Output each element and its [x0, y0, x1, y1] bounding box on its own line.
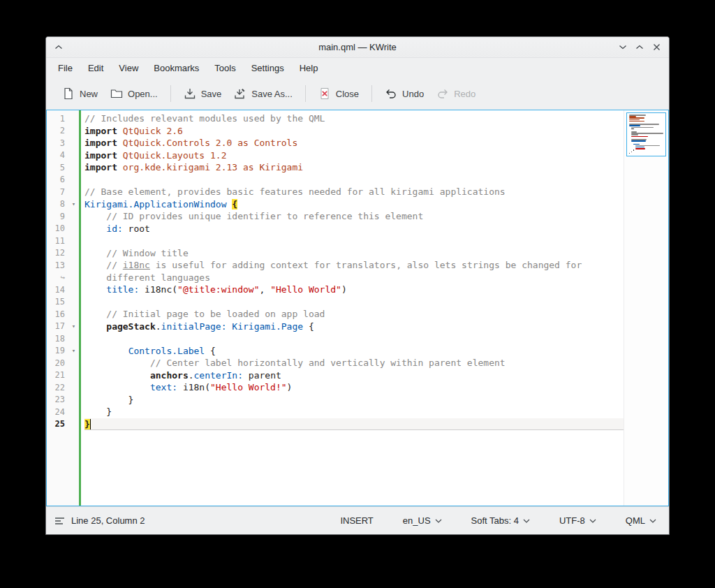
code-line: id: root [84, 223, 624, 235]
dictionary-selector[interactable]: en_US [399, 513, 446, 529]
titlebar[interactable]: main.qml — KWrite [46, 37, 669, 58]
redo-icon [436, 87, 449, 100]
open-button[interactable]: Open... [104, 82, 164, 105]
gutter-row: 12 [47, 247, 79, 260]
code-area[interactable]: // Includes relevant modules used by the… [81, 110, 624, 506]
mini-line [629, 125, 640, 126]
chevron-down-icon [649, 519, 656, 523]
close-document-icon [318, 87, 331, 100]
insert-mode-button[interactable]: INSERT [336, 513, 377, 529]
chevron-up-icon [54, 45, 63, 50]
menu-file[interactable]: File [50, 60, 80, 76]
mini-line [631, 136, 648, 138]
code-line: // Base element, provides basic features… [84, 186, 624, 198]
code-line: title: i18nc("@title:window", "Hello Wor… [84, 284, 624, 296]
save-button[interactable]: Save [177, 82, 228, 105]
gutter-row: 8▾ [47, 198, 79, 211]
mini-line [635, 148, 645, 149]
gutter[interactable]: 12345678▾910111213↪14151617▾1819▾2021222… [47, 110, 79, 506]
chevron-down-icon [589, 519, 596, 523]
gutter-row: 14 [47, 284, 79, 296]
code-line: // i18nc is useful for adding context fo… [84, 259, 624, 272]
line-number: 3 [47, 138, 68, 148]
chevron-down-icon [435, 519, 442, 523]
minimize-button[interactable] [614, 39, 631, 56]
cursor-position: Line 25, Column 2 [71, 515, 145, 526]
syntax-mode-selector[interactable]: QML [621, 513, 661, 529]
line-number: 17 [47, 321, 68, 331]
gutter-row: 7 [47, 186, 79, 198]
save-icon [184, 87, 196, 100]
undo-button[interactable]: Undo [378, 82, 430, 105]
gutter-row: ↪ [47, 272, 79, 284]
line-number: 20 [47, 358, 68, 368]
chevron-down-icon [619, 45, 627, 50]
gutter-row: 6 [47, 174, 79, 186]
code-line: // Center label horizontally and vertica… [84, 357, 624, 369]
menu-help[interactable]: Help [292, 60, 326, 76]
new-button[interactable]: New [56, 82, 104, 105]
line-number: 23 [47, 395, 68, 404]
mini-line [633, 144, 640, 145]
line-number: 11 [47, 236, 68, 246]
redo-button[interactable]: Redo [430, 82, 482, 105]
line-number: 25 [47, 419, 68, 429]
code-line [84, 296, 624, 309]
line-number: 9 [47, 212, 68, 221]
menu-edit[interactable]: Edit [80, 60, 111, 76]
menu-tools[interactable]: Tools [207, 60, 243, 76]
code-line: pageStack.initialPage: Kirigami.Page { [84, 321, 624, 333]
gutter-row: 13 [47, 259, 79, 272]
chevron-up-icon [635, 45, 644, 50]
text-cursor [90, 419, 91, 429]
mini-line [631, 152, 632, 153]
mini-line [631, 140, 646, 142]
menu-view[interactable]: View [111, 60, 146, 76]
gutter-row: 18 [47, 332, 79, 345]
line-number: 15 [47, 297, 68, 307]
code-line: text: i18n("Hello World!") [84, 381, 624, 394]
mini-line [629, 153, 630, 154]
code-line: import QtQuick.Controls 2.0 as Controls [84, 137, 624, 149]
code-line: // Initial page to be loaded on app load [84, 308, 624, 321]
code-line: } [84, 406, 624, 418]
menubar: File Edit View Bookmarks Tools Settings … [46, 58, 669, 78]
fold-arrow-icon[interactable]: ▾ [68, 198, 79, 211]
menu-bookmarks[interactable]: Bookmarks [146, 60, 207, 76]
save-as-button[interactable]: Save As... [228, 82, 299, 105]
scrollbar-minimap[interactable] [624, 110, 668, 506]
line-number: 4 [47, 150, 68, 160]
toolbar-separator [170, 85, 171, 102]
close-document-button[interactable]: Close [312, 82, 365, 105]
line-number: 6 [47, 175, 68, 184]
code-line: Controls.Label { [84, 345, 624, 358]
code-line: import org.kde.kirigami 2.13 as Kirigami [84, 161, 624, 174]
close-button[interactable] [648, 39, 665, 56]
fold-arrow-icon[interactable]: ▾ [68, 321, 79, 333]
gutter-row: 23 [47, 394, 79, 406]
line-number: 1 [47, 114, 68, 124]
code-line: Kirigami.ApplicationWindow { [84, 198, 624, 211]
code-line: import QtQuick.Layouts 1.2 [84, 149, 624, 162]
maximize-button[interactable] [631, 39, 648, 56]
line-number: 22 [47, 383, 68, 392]
statusbar: Line 25, Column 2 INSERT en_US Soft Tabs… [46, 506, 669, 534]
kwrite-window: main.qml — KWrite File Edit View Bookmar… [45, 36, 670, 535]
minimap-viewport[interactable] [626, 112, 666, 156]
tab-mode-selector[interactable]: Soft Tabs: 4 [467, 513, 534, 529]
gutter-row: 20 [47, 357, 79, 369]
code-line: } [84, 394, 624, 406]
gutter-row: 1 [47, 112, 79, 125]
mini-line [631, 134, 638, 135]
wrap-indicator-icon: ↪ [47, 273, 68, 282]
mini-line [629, 119, 639, 121]
close-icon [653, 43, 661, 51]
fold-arrow-icon[interactable]: ▾ [68, 345, 79, 358]
gutter-row: 17▾ [47, 321, 79, 333]
desktop-background: main.qml — KWrite File Edit View Bookmar… [0, 0, 715, 588]
mini-line [631, 128, 634, 130]
code-line [84, 332, 624, 345]
menu-settings[interactable]: Settings [244, 60, 292, 76]
shade-button[interactable] [50, 39, 67, 56]
encoding-selector[interactable]: UTF-8 [555, 513, 600, 529]
